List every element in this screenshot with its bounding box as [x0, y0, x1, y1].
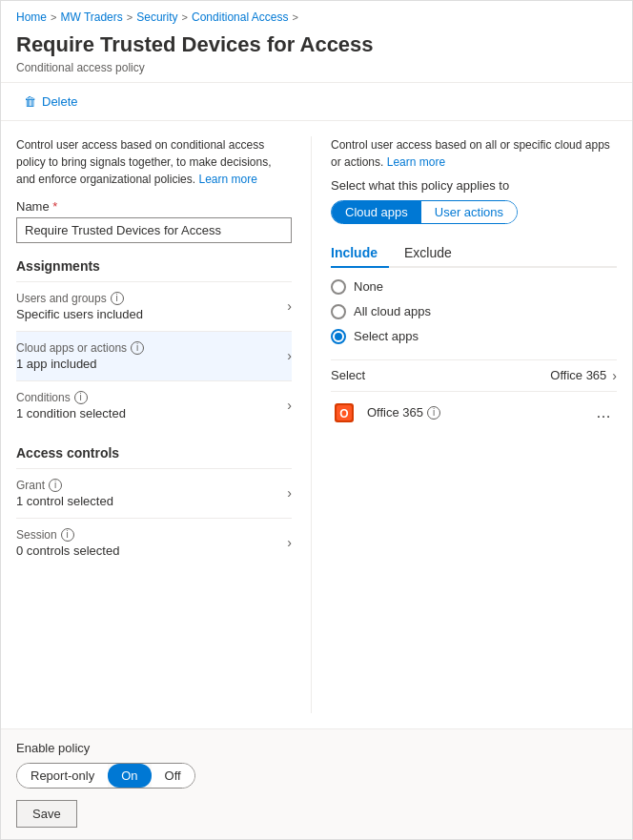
main-content: Control user access based on conditional… [1, 121, 632, 728]
office365-icon: O [331, 400, 357, 426]
breadcrumb-home[interactable]: Home [16, 10, 47, 24]
users-groups-chevron: › [287, 298, 292, 314]
radio-none[interactable]: None [331, 279, 617, 295]
conditions-item[interactable]: Conditions i 1 condition selected › [16, 380, 292, 430]
radio-select-label: Select apps [354, 329, 419, 343]
select-value: Office 365 [550, 368, 606, 382]
tab-include[interactable]: Include [331, 239, 389, 268]
tab-exclude[interactable]: Exclude [404, 239, 463, 268]
on-toggle-btn[interactable]: On [108, 764, 151, 788]
radio-all-circle [331, 304, 346, 319]
policy-applies-label: Select what this policy applies to [331, 178, 617, 193]
radio-select-circle [331, 329, 346, 344]
enable-policy-label: Enable policy [16, 741, 617, 755]
breadcrumb-sep-2: > [127, 11, 133, 23]
delete-button[interactable]: 🗑 Delete [16, 91, 86, 113]
radio-select-apps[interactable]: Select apps [331, 329, 617, 344]
footer: Enable policy Report-only On Off Save [1, 728, 632, 839]
breadcrumb: Home > MW Traders > Security > Condition… [1, 1, 632, 28]
required-marker: * [52, 199, 57, 214]
radio-all-cloud-apps[interactable]: All cloud apps [331, 304, 617, 319]
delete-icon: 🗑 [24, 94, 36, 109]
left-panel: Control user access based on conditional… [16, 136, 312, 713]
page-container: Home > MW Traders > Security > Condition… [0, 0, 633, 840]
grant-value: 1 control selected [16, 494, 113, 508]
office365-app-row: O Office 365 i … [331, 391, 617, 434]
include-exclude-tabs: Include Exclude [331, 239, 617, 268]
radio-none-label: None [354, 279, 383, 294]
svg-text:O: O [339, 407, 348, 420]
delete-label: Delete [42, 94, 78, 109]
radio-none-circle [331, 279, 346, 295]
save-button[interactable]: Save [16, 800, 77, 828]
cloud-apps-label: Cloud apps or actions i [16, 341, 144, 355]
users-groups-value: Specific users included [16, 307, 143, 321]
grant-label: Grant i [16, 479, 113, 492]
office365-name: Office 365 i [367, 405, 581, 420]
report-only-toggle-btn[interactable]: Report-only [17, 764, 108, 788]
cloud-apps-info-icon: i [131, 341, 144, 355]
grant-info-icon: i [49, 479, 62, 492]
page-title: Require Trusted Devices for Access [16, 31, 617, 59]
breadcrumb-mw-traders[interactable]: MW Traders [60, 10, 122, 24]
session-value: 0 controls selected [16, 543, 119, 558]
session-chevron: › [287, 535, 292, 550]
users-groups-info-icon: i [111, 292, 124, 305]
left-learn-more-link[interactable]: Learn more [198, 173, 256, 186]
right-panel: Control user access based on all or spec… [312, 136, 617, 713]
cloud-apps-item[interactable]: Cloud apps or actions i 1 app included › [16, 331, 292, 380]
off-toggle-btn[interactable]: Off [152, 764, 194, 788]
grant-chevron: › [287, 485, 292, 501]
cloud-apps-toggle-btn[interactable]: Cloud apps [332, 201, 421, 223]
users-groups-item[interactable]: Users and groups i Specific users includ… [16, 281, 292, 331]
app-selection-radio-group: None All cloud apps Select apps [331, 279, 617, 344]
toolbar: 🗑 Delete [1, 83, 632, 121]
radio-all-label: All cloud apps [354, 304, 431, 318]
user-actions-toggle-btn[interactable]: User actions [421, 201, 517, 223]
access-controls-title: Access controls [16, 445, 292, 461]
select-row[interactable]: Select Office 365 › [331, 359, 617, 391]
grant-item[interactable]: Grant i 1 control selected › [16, 468, 292, 518]
select-chevron: › [612, 368, 617, 383]
cloud-apps-chevron: › [287, 348, 292, 363]
conditions-value: 1 condition selected [16, 406, 126, 420]
right-learn-more-link[interactable]: Learn more [387, 155, 445, 169]
conditions-label: Conditions i [16, 391, 126, 404]
policy-toggle: Report-only On Off [16, 763, 195, 789]
conditions-chevron: › [287, 398, 292, 413]
conditions-info-icon: i [74, 391, 88, 404]
breadcrumb-conditional-access[interactable]: Conditional Access [192, 10, 288, 24]
cloud-apps-value: 1 app included [16, 357, 144, 371]
name-input[interactable] [16, 217, 292, 243]
left-description: Control user access based on conditional… [16, 136, 292, 188]
breadcrumb-security[interactable]: Security [136, 10, 177, 24]
page-subtitle: Conditional access policy [16, 61, 617, 74]
office365-ellipsis-button[interactable]: … [590, 402, 617, 423]
right-description: Control user access based on all or spec… [331, 136, 617, 171]
apps-actions-toggle: Cloud apps User actions [331, 200, 518, 224]
users-groups-label: Users and groups i [16, 292, 143, 305]
session-label: Session i [16, 528, 119, 542]
select-label: Select [331, 368, 365, 382]
breadcrumb-sep-3: > [182, 11, 188, 23]
name-field-label: Name * [16, 199, 292, 214]
session-item[interactable]: Session i 0 controls selected › [16, 518, 292, 567]
page-header: Require Trusted Devices for Access Condi… [1, 28, 632, 83]
assignments-title: Assignments [16, 258, 292, 274]
session-info-icon: i [61, 528, 74, 542]
office365-info-icon: i [427, 406, 440, 420]
breadcrumb-sep-4: > [292, 11, 297, 23]
breadcrumb-sep-1: > [51, 11, 56, 23]
